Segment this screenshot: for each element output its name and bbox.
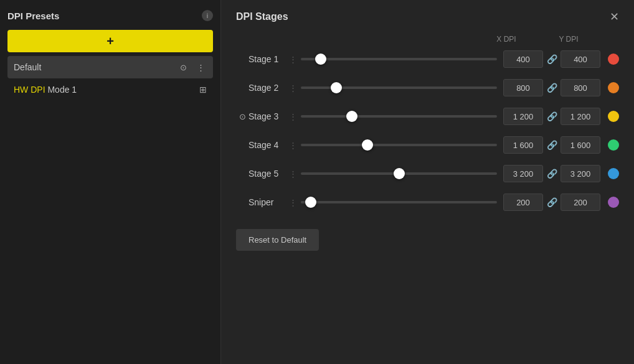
x-dpi-input[interactable] xyxy=(503,194,543,211)
stage-label: Stage 5 xyxy=(248,169,289,179)
link-icon[interactable]: 🔗 xyxy=(546,197,558,207)
x-dpi-input[interactable] xyxy=(503,79,543,96)
x-dpi-input[interactable] xyxy=(503,136,543,154)
slider-track xyxy=(301,201,497,203)
link-icon[interactable]: 🔗 xyxy=(546,83,558,93)
left-panel: DPI Presets i + Default ⊙ ⋮ HW DPI Mode … xyxy=(0,0,221,364)
slider-track xyxy=(301,144,497,146)
stage-dpi-inputs: 🔗 xyxy=(503,50,619,68)
x-dpi-input[interactable] xyxy=(503,108,543,125)
stage-row: Stage 4 ⋮ 🔗 xyxy=(236,133,619,157)
x-dpi-input[interactable] xyxy=(503,165,543,182)
y-dpi-header: Y DPI xyxy=(547,35,590,44)
stage-label: Stage 3 xyxy=(248,111,289,121)
stage-drag-handle[interactable]: ⋮ xyxy=(289,55,297,64)
stage-color-dot[interactable] xyxy=(608,168,619,179)
y-dpi-input[interactable] xyxy=(561,79,600,96)
stage-row: Sniper ⋮ 🔗 xyxy=(236,190,619,214)
preset-label: Default xyxy=(14,62,177,72)
stage-dpi-inputs: 🔗 xyxy=(503,136,619,154)
stage-label: Stage 2 xyxy=(248,83,289,93)
stage-row: Stage 2 ⋮ 🔗 xyxy=(236,76,619,100)
stage-drag-handle[interactable]: ⋮ xyxy=(289,112,297,121)
stage-row: Stage 1 ⋮ 🔗 xyxy=(236,47,619,71)
link-icon[interactable]: 🔗 xyxy=(546,169,558,179)
stage-active-icon: ⊙ xyxy=(236,112,248,121)
right-panel: DPI Stages ✕ X DPI Y DPI Stage 1 ⋮ 🔗 Sta… xyxy=(221,0,634,364)
stage-color-dot[interactable] xyxy=(608,82,619,93)
stage-color-dot[interactable] xyxy=(608,111,619,122)
y-dpi-input[interactable] xyxy=(561,165,600,182)
y-dpi-input[interactable] xyxy=(561,108,600,125)
reset-to-default-button[interactable]: Reset to Default xyxy=(236,229,319,251)
dpi-column-headers: X DPI Y DPI xyxy=(236,35,619,44)
slider-thumb[interactable] xyxy=(315,54,326,65)
y-dpi-input[interactable] xyxy=(561,194,600,211)
slider-thumb[interactable] xyxy=(305,197,316,208)
slider-track xyxy=(301,86,497,89)
stage-label: Sniper xyxy=(248,197,289,207)
preset-menu-icon[interactable]: ⋮ xyxy=(194,61,207,73)
link-icon[interactable]: 🔗 xyxy=(546,54,558,64)
presets-list: Default ⊙ ⋮ xyxy=(7,56,213,78)
stage-drag-handle[interactable]: ⋮ xyxy=(289,198,297,207)
slider-thumb[interactable] xyxy=(346,111,357,122)
stage-dpi-inputs: 🔗 xyxy=(503,194,619,211)
hw-dpi-item[interactable]: HW DPI Mode 1 ⊞ xyxy=(7,80,213,100)
stage-dpi-inputs: 🔗 xyxy=(503,165,619,182)
slider-track xyxy=(301,115,497,118)
x-dpi-input[interactable] xyxy=(503,50,543,68)
stage-slider[interactable] xyxy=(301,114,497,118)
x-dpi-header: X DPI xyxy=(485,35,528,44)
right-panel-title: DPI Stages xyxy=(236,11,288,22)
y-dpi-input[interactable] xyxy=(561,50,600,68)
left-panel-header: DPI Presets i xyxy=(7,10,213,21)
stage-slider[interactable] xyxy=(301,86,497,90)
slider-track xyxy=(301,172,497,175)
stages-list: Stage 1 ⋮ 🔗 Stage 2 ⋮ xyxy=(236,47,619,214)
stage-dpi-inputs: 🔗 xyxy=(503,108,619,125)
y-dpi-input[interactable] xyxy=(561,136,600,154)
preset-active-icon[interactable]: ⊙ xyxy=(177,61,189,73)
stage-row: Stage 5 ⋮ 🔗 xyxy=(236,162,619,185)
right-panel-header: DPI Stages ✕ xyxy=(236,11,619,22)
add-preset-button[interactable]: + xyxy=(7,30,213,52)
stage-color-dot[interactable] xyxy=(608,54,619,65)
link-icon[interactable]: 🔗 xyxy=(546,140,558,150)
slider-thumb[interactable] xyxy=(394,168,405,179)
preset-icons: ⊙ ⋮ xyxy=(177,61,207,73)
stage-slider[interactable] xyxy=(301,172,497,175)
stage-drag-handle[interactable]: ⋮ xyxy=(289,141,297,150)
info-icon[interactable]: i xyxy=(202,10,213,21)
link-icon[interactable]: 🔗 xyxy=(546,111,558,121)
stage-label: Stage 1 xyxy=(248,54,289,64)
stage-row: ⊙ Stage 3 ⋮ 🔗 xyxy=(236,105,619,128)
stage-drag-handle[interactable]: ⋮ xyxy=(289,83,297,93)
stage-color-dot[interactable] xyxy=(608,197,619,208)
left-panel-title: DPI Presets xyxy=(7,11,59,21)
stage-slider[interactable] xyxy=(301,57,497,61)
close-button[interactable]: ✕ xyxy=(610,11,619,22)
slider-track xyxy=(301,58,497,60)
hw-dpi-highlight: HW DPI xyxy=(14,85,45,95)
stage-drag-handle[interactable]: ⋮ xyxy=(289,169,297,179)
slider-thumb[interactable] xyxy=(331,82,342,93)
hw-dpi-icon: ⊞ xyxy=(199,85,207,95)
stage-color-dot[interactable] xyxy=(608,139,619,151)
slider-thumb[interactable] xyxy=(362,139,373,151)
stage-slider[interactable] xyxy=(301,200,497,204)
stage-slider[interactable] xyxy=(301,143,497,147)
hw-dpi-label: HW DPI Mode 1 xyxy=(14,85,77,95)
preset-item[interactable]: Default ⊙ ⋮ xyxy=(7,56,213,78)
stage-dpi-inputs: 🔗 xyxy=(503,79,619,96)
stage-label: Stage 4 xyxy=(248,140,289,150)
